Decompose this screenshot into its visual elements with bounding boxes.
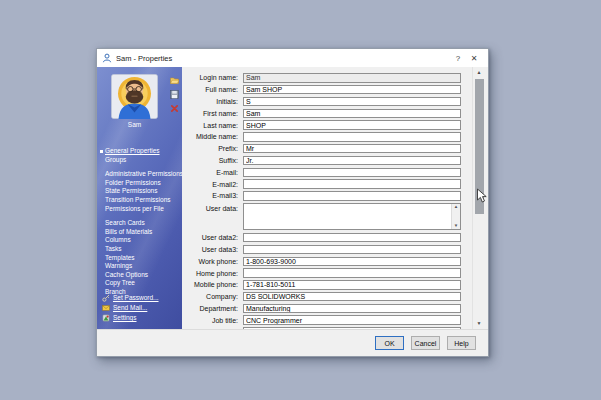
form-row: Last name: (182, 119, 461, 131)
work-phone-input[interactable] (243, 257, 461, 267)
form-row: E-mail2: (182, 178, 461, 190)
sidebar-item-administrative-permissions[interactable]: Administrative Permissions (105, 170, 182, 179)
form-row: User data3: (182, 244, 461, 256)
scrollbar-up-icon[interactable]: ▲ (473, 67, 485, 78)
sidebar-item-copy-tree[interactable]: Copy Tree (105, 279, 182, 288)
form-row: Middle name: (182, 131, 461, 143)
settings-icon (102, 314, 110, 322)
user-data3-input[interactable] (243, 245, 461, 255)
sidebar-item-cache-options[interactable]: Cache Options (105, 271, 182, 280)
sidebar-item-label: Copy Tree (105, 279, 135, 286)
sidebar-item-tasks[interactable]: Tasks (105, 245, 182, 254)
form-rows: Login name:Full name:Initials:First name… (182, 72, 461, 329)
field-label: Work phone: (182, 258, 243, 265)
close-button[interactable]: ✕ (466, 54, 482, 63)
dialog-footer: OK Cancel Help (97, 329, 488, 356)
scrollbar-down-icon[interactable]: ▼ (473, 318, 485, 329)
sidebar-item-label: Administrative Permissions (105, 170, 182, 177)
textarea-scroll-up-icon[interactable]: ▲ (454, 204, 458, 210)
field-label: E-mail3: (182, 192, 243, 199)
desktop: Sam - Properties ? ✕ (0, 0, 601, 400)
user-data2-input[interactable] (243, 233, 461, 243)
form-row: Work phone: (182, 255, 461, 267)
field-label: Job title: (182, 317, 243, 324)
ok-button[interactable]: OK (375, 336, 404, 350)
scrollbar-thumb[interactable] (475, 79, 484, 214)
first-name-input[interactable] (243, 109, 461, 119)
department-input[interactable] (243, 304, 461, 314)
sidebar-item-permissions-per-file[interactable]: Permissions per File (105, 205, 182, 214)
dialog-titlebar[interactable]: Sam - Properties ? ✕ (97, 49, 488, 67)
open-photo-icon[interactable] (170, 76, 179, 85)
field-label: Full name: (182, 86, 243, 93)
e-mail3-input[interactable] (243, 191, 461, 201)
sidebar-item-transition-permissions[interactable]: Transition Permissions (105, 196, 182, 205)
field-label: E-mail: (182, 169, 243, 176)
login-name-input[interactable] (243, 73, 461, 83)
save-photo-icon[interactable] (170, 90, 179, 99)
sidebar-item-folder-permissions[interactable]: Folder Permissions (105, 179, 182, 188)
avatar (111, 74, 158, 119)
field-label: Prefix: (182, 145, 243, 152)
sidebar-item-state-permissions[interactable]: State Permissions (105, 187, 182, 196)
sidebar-item-label: Bills of Materials (105, 228, 152, 235)
form-row: E-mail: (182, 166, 461, 178)
company-input[interactable] (243, 292, 461, 302)
dialog-title: Sam - Properties (116, 54, 450, 63)
mobile-phone-input[interactable] (243, 280, 461, 290)
initials-input[interactable] (243, 97, 461, 107)
field-label: Last name: (182, 122, 243, 129)
field-label: Mobile phone: (182, 281, 243, 288)
sidebar-action-set-password[interactable]: Set Password... (102, 293, 159, 303)
full-name-input[interactable] (243, 85, 461, 95)
selected-bullet-icon (100, 150, 103, 153)
help-titlebar-button[interactable]: ? (450, 54, 466, 63)
e-mail2-input[interactable] (243, 179, 461, 189)
avatar-name-label: Sam (111, 121, 158, 128)
sidebar-item-templates[interactable]: Templates (105, 254, 182, 263)
middle-name-input[interactable] (243, 132, 461, 142)
last-name-input[interactable] (243, 120, 461, 130)
sidebar-action-label: Set Password... (113, 293, 159, 303)
sidebar-item-bills-of-materials[interactable]: Bills of Materials (105, 228, 182, 237)
sidebar-item-general-properties[interactable]: General Properties (105, 147, 182, 156)
form-scrollbar[interactable]: ▲ ▼ (472, 67, 485, 329)
user-data-textarea[interactable]: ▲▼ (243, 203, 461, 230)
avatar-toolbar (170, 76, 179, 113)
prefix-input[interactable] (243, 144, 461, 154)
cancel-button[interactable]: Cancel (411, 336, 440, 350)
delete-photo-icon[interactable] (170, 104, 179, 113)
home-phone-input[interactable] (243, 268, 461, 278)
sidebar-action-label: Send Mail... (113, 303, 147, 313)
field-label: Middle name: (182, 133, 243, 140)
textarea-scrollbar[interactable]: ▲▼ (451, 204, 460, 229)
sidebar-item-label: Transition Permissions (105, 196, 171, 203)
e-mail-input[interactable] (243, 168, 461, 178)
sidebar-item-label: Cache Options (105, 271, 148, 278)
sidebar-action-settings[interactable]: Settings (102, 313, 159, 323)
field-label: User data3: (182, 246, 243, 253)
help-button[interactable]: Help (447, 336, 476, 350)
form-row: Home phone: (182, 267, 461, 279)
sidebar-item-label: Warnings (105, 262, 132, 269)
field-label: Department: (182, 305, 243, 312)
sidebar-item-groups[interactable]: Groups (105, 156, 182, 165)
job-title-input[interactable] (243, 315, 461, 325)
sidebar-action-send-mail[interactable]: Send Mail... (102, 303, 159, 313)
field-label: Initials: (182, 98, 243, 105)
sidebar-item-warnings[interactable]: Warnings (105, 262, 182, 271)
suffix-input[interactable] (243, 156, 461, 166)
sidebar-actions: Set Password...Send Mail...Settings (102, 293, 159, 323)
textarea-scroll-down-icon[interactable]: ▼ (454, 223, 458, 229)
sidebar-item-label: Permissions per File (105, 205, 164, 212)
office-input[interactable] (243, 327, 461, 329)
form-row: Company: (182, 291, 461, 303)
sidebar-item-search-cards[interactable]: Search Cards (105, 219, 182, 228)
sidebar-item-label: Columns (105, 236, 131, 243)
sidebar-item-columns[interactable]: Columns (105, 236, 182, 245)
form-row: E-mail3: (182, 190, 461, 202)
form-row: Mobile phone: (182, 279, 461, 291)
sidebar-item-label: Search Cards (105, 219, 145, 226)
form-row: First name: (182, 107, 461, 119)
field-label: User data2: (182, 234, 243, 241)
